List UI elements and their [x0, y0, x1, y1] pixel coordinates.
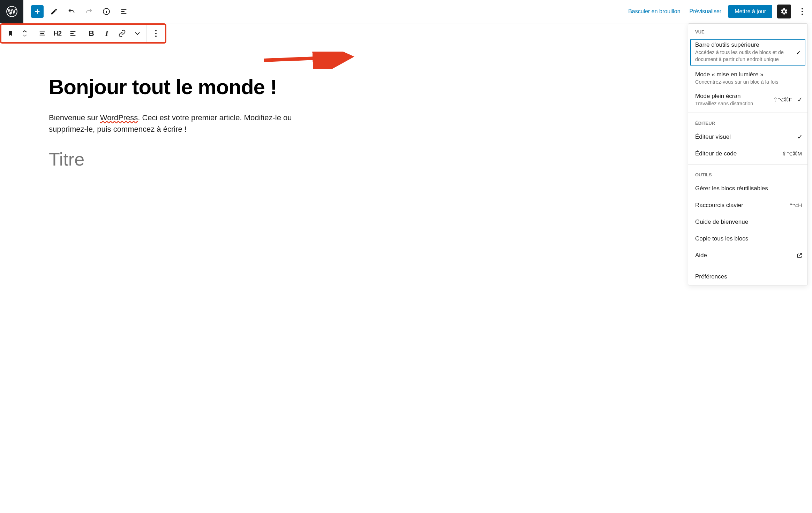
align-left-icon — [69, 30, 77, 37]
svg-line-9 — [264, 57, 351, 60]
svg-rect-5 — [40, 33, 44, 34]
menu-shortcut: ⇧⌥⌘M — [782, 151, 802, 157]
chevron-up-icon[interactable] — [22, 30, 27, 33]
menu-item-desc: Concentrez-vous sur un bloc à la fois — [695, 79, 792, 86]
block-toolbar: H2 B I — [0, 23, 166, 44]
menu-item-visual-editor[interactable]: Éditeur visuel ✓ — [688, 129, 807, 145]
menu-section-view: VUE — [688, 24, 807, 37]
bold-button[interactable]: B — [84, 25, 99, 42]
menu-item-title: Éditeur visuel — [695, 133, 792, 140]
align-button[interactable] — [35, 25, 50, 42]
check-icon: ✓ — [797, 96, 803, 104]
wordpress-logo-button[interactable] — [0, 0, 23, 23]
svg-point-3 — [802, 11, 803, 12]
menu-item-code-editor[interactable]: Éditeur de code ⇧⌥⌘M — [688, 145, 807, 162]
bookmark-icon — [7, 30, 14, 37]
options-dropdown: VUE Barre d'outils supérieure Accédez à … — [688, 23, 808, 170]
menu-section-tools: OUTILS — [688, 167, 807, 170]
menu-item-spotlight[interactable]: Mode « mise en lumière » Concentrez-vous… — [688, 68, 807, 89]
more-menu-button[interactable] — [796, 3, 809, 20]
redo-icon — [85, 8, 93, 15]
menu-shortcut: ⇧⌥⌘F — [773, 97, 792, 103]
post-paragraph[interactable]: Bienvenue sur WordPress. Ceci est votre … — [49, 112, 321, 135]
svg-point-2 — [802, 8, 803, 9]
svg-point-6 — [155, 30, 157, 31]
menu-divider — [688, 164, 807, 164]
chevron-down-icon[interactable] — [22, 34, 27, 37]
preview-link[interactable]: Prévisualiser — [687, 6, 724, 17]
chevron-down-icon — [135, 31, 140, 36]
check-icon: ✓ — [796, 49, 801, 56]
menu-item-fullscreen[interactable]: Mode plein écran Travaillez sans distrac… — [688, 89, 807, 111]
undo-button[interactable] — [65, 5, 78, 18]
pencil-icon — [50, 8, 58, 15]
more-formatting-button[interactable] — [130, 25, 145, 42]
block-type-button[interactable] — [3, 25, 18, 42]
info-icon — [102, 7, 111, 16]
gear-icon — [780, 8, 788, 15]
more-vertical-icon — [801, 8, 803, 15]
link-icon — [118, 30, 126, 37]
settings-button[interactable] — [777, 5, 791, 18]
info-button[interactable] — [99, 5, 113, 18]
check-icon: ✓ — [797, 133, 803, 141]
redo-button[interactable] — [82, 5, 96, 18]
add-block-button[interactable] — [31, 5, 44, 18]
italic-button[interactable]: I — [99, 25, 114, 42]
align-width-icon — [38, 30, 46, 37]
editor-canvas: Bonjour tout le monde ! Bienvenue sur Wo… — [0, 23, 370, 170]
edit-tool-button[interactable] — [47, 5, 61, 18]
wordpress-icon — [6, 6, 18, 17]
menu-item-title: Barre d'outils supérieure — [695, 41, 792, 48]
menu-section-editor: ÉDITEUR — [688, 115, 807, 129]
block-options-button[interactable] — [148, 25, 164, 42]
svg-point-0 — [7, 6, 17, 17]
switch-draft-link[interactable]: Basculer en brouillon — [626, 6, 682, 17]
block-movers — [18, 25, 31, 42]
menu-item-desc: Accédez à tous les outils de blocs et de… — [695, 49, 792, 63]
undo-icon — [68, 8, 75, 15]
menu-item-top-toolbar[interactable]: Barre d'outils supérieure Accédez à tous… — [690, 39, 806, 66]
post-title[interactable]: Bonjour tout le monde ! — [49, 76, 321, 99]
header-right-tools: Basculer en brouillon Prévisualiser Mett… — [626, 3, 812, 20]
annotation-arrow-icon — [264, 52, 358, 69]
editor-header: Basculer en brouillon Prévisualiser Mett… — [0, 0, 812, 23]
more-vertical-icon — [155, 30, 157, 37]
outline-button[interactable] — [117, 5, 131, 18]
menu-divider — [688, 113, 807, 113]
header-left-tools — [23, 5, 131, 18]
paragraph-text: Bienvenue sur — [49, 113, 100, 122]
svg-point-4 — [802, 14, 803, 15]
plus-icon — [33, 8, 41, 15]
menu-item-title: Éditeur de code — [695, 150, 792, 157]
heading-level-button[interactable]: H2 — [50, 25, 65, 42]
heading-block-placeholder[interactable]: Titre — [49, 149, 321, 170]
menu-item-title: Mode « mise en lumière » — [695, 71, 792, 78]
text-align-button[interactable] — [65, 25, 81, 42]
spellcheck-word: WordPress — [100, 113, 138, 122]
svg-point-7 — [155, 33, 157, 34]
update-button[interactable]: Mettre à jour — [728, 5, 772, 18]
svg-point-8 — [155, 36, 157, 37]
list-icon — [120, 8, 128, 15]
link-button[interactable] — [114, 25, 130, 42]
